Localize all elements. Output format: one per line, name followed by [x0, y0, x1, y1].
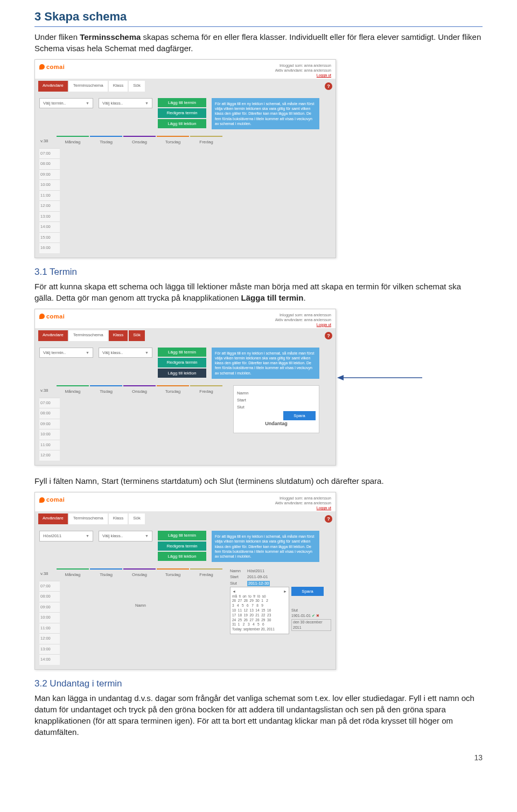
logo-text: comai: [46, 63, 65, 71]
time-row: 12:00: [39, 450, 60, 461]
add-termin-button[interactable]: Lägg till termin: [158, 531, 206, 540]
active-user: Aktiv användare: anna andersson: [275, 501, 331, 505]
time-row: 09:00: [39, 419, 60, 429]
logout-link[interactable]: Logga ut: [275, 73, 331, 78]
select-termin[interactable]: Välj termin..▼: [39, 348, 93, 358]
section-3-title: 3 Skapa schema: [34, 9, 483, 25]
tab-search[interactable]: Sök: [129, 330, 145, 341]
time-row: 13:00: [39, 644, 60, 655]
section-31-p1: För att kunna skapa ett schema och lägga…: [34, 281, 483, 303]
chevron-down-icon: ▼: [86, 350, 89, 356]
time-row: 08:00: [39, 408, 60, 419]
chevron-down-icon: ▼: [145, 533, 149, 539]
select-termin[interactable]: Höst2011▼: [39, 531, 93, 541]
logout-link[interactable]: Logga ut: [275, 505, 331, 510]
calendar-popup[interactable]: ◄► må ti on to fr lö sö 26 27 28 29 30 1…: [230, 587, 289, 634]
add-lesson-button[interactable]: Lägg till lektion: [158, 369, 206, 378]
calendar-days-header: må ti on to fr lö sö: [232, 594, 287, 599]
day-mon: Måndag: [57, 136, 89, 147]
select-termin-label: Välj termin..: [43, 350, 66, 356]
login-user: Inloggad som: anna andersson: [275, 496, 331, 501]
time-row: 11:00: [39, 190, 60, 201]
section-31-p1-c: .: [303, 293, 305, 302]
help-icon[interactable]: ?: [325, 332, 332, 339]
add-termin-button[interactable]: Lägg till termin: [158, 98, 206, 107]
add-lesson-button[interactable]: Lägg till lektion: [158, 119, 206, 128]
tab-klass[interactable]: Klass: [109, 330, 128, 341]
cross-icon[interactable]: ✖: [316, 614, 319, 617]
add-lesson-button[interactable]: Lägg till lektion: [158, 552, 206, 561]
calendar-row: 10 11 12 13 14 15 16: [232, 608, 287, 613]
panel3-namn2-label: Namn: [135, 603, 146, 608]
panel3-namn-label: Namn: [230, 568, 245, 574]
chevron-down-icon: ▼: [86, 101, 89, 106]
select-klass[interactable]: Välj klass..▼: [99, 348, 152, 358]
section-32-p1: Man kan lägga in undantag d.v.s. dagar s…: [34, 692, 483, 738]
time-row: 12:00: [39, 633, 60, 644]
logo-icon: [39, 497, 45, 503]
tab-klass[interactable]: Klass: [109, 513, 128, 524]
tab-users[interactable]: Användare: [38, 513, 68, 524]
time-row: 07:00: [39, 398, 60, 408]
day-wed: Onsdag: [123, 136, 156, 147]
login-info: Inloggad som: anna andersson Aktiv använ…: [275, 313, 331, 327]
panel3-start-value: 2011-09-01: [247, 574, 268, 580]
week-label: v.38: [39, 136, 55, 147]
section-31-p1-b: Lägga till termin: [241, 293, 304, 302]
calendar-row: 17 18 19 20 21 22 23: [232, 613, 287, 618]
time-row: 16:00: [39, 242, 60, 253]
tab-termin[interactable]: Terminsschema: [69, 330, 108, 341]
chevron-down-icon: ▼: [145, 101, 149, 106]
save-button[interactable]: Spara: [291, 587, 324, 596]
select-klass[interactable]: Välj klass..▼: [99, 98, 152, 108]
time-row: 10:00: [39, 179, 60, 190]
tab-termin[interactable]: Terminsschema: [69, 513, 108, 524]
help-icon[interactable]: ?: [325, 515, 332, 523]
annotation-arrow-icon: [336, 372, 428, 383]
logout-link[interactable]: Logga ut: [275, 322, 331, 327]
day-thu: Torsdag: [157, 568, 189, 580]
panel3-slut-label: Slut: [230, 581, 245, 587]
tab-klass[interactable]: Klass: [109, 81, 128, 92]
select-termin[interactable]: Välj termin..▼: [39, 98, 93, 108]
info-box: För att lägga till en ny lektion i schem…: [212, 348, 319, 378]
add-termin-button[interactable]: Lägg till termin: [158, 348, 206, 357]
edit-termin-button[interactable]: Redigera termin: [158, 108, 206, 117]
time-row: 08:00: [39, 158, 60, 169]
day-mon: Måndag: [57, 385, 89, 397]
active-user: Aktiv användare: anna andersson: [275, 317, 331, 322]
calendar-next-icon[interactable]: ►: [283, 589, 287, 594]
day-wed: Onsdag: [123, 385, 156, 397]
edit-termin-button[interactable]: Redigera termin: [158, 358, 206, 367]
week-label: v.38: [39, 385, 55, 397]
login-user: Inloggad som: anna andersson: [275, 63, 331, 68]
svg-marker-1: [337, 375, 344, 380]
select-klass[interactable]: Välj klass..▼: [99, 531, 152, 541]
edit-termin-button[interactable]: Redigera termin: [158, 542, 206, 551]
check-icon[interactable]: ✔: [312, 614, 315, 617]
tab-search[interactable]: Sök: [129, 513, 145, 524]
tab-users[interactable]: Användare: [38, 81, 68, 92]
save-button[interactable]: Spara: [283, 411, 316, 420]
info-box: För att lägga till en ny lektion i schem…: [212, 98, 319, 129]
panel3-namn-value: Höst2011: [247, 568, 264, 574]
tab-users[interactable]: Användare: [38, 330, 68, 341]
info-box: För att lägga till en ny lektion i schem…: [212, 531, 319, 561]
logo-text: comai: [46, 496, 65, 504]
tab-termin[interactable]: Terminsschema: [69, 81, 108, 92]
week-label: v.38: [39, 568, 55, 580]
section-3-hr: [34, 26, 483, 27]
logo-icon: [39, 314, 45, 319]
tab-search[interactable]: Sök: [129, 81, 145, 92]
time-row: 13:00: [39, 211, 60, 222]
time-row: 14:00: [39, 221, 60, 232]
day-thu: Torsdag: [157, 385, 189, 397]
help-icon[interactable]: ?: [325, 82, 332, 90]
calendar-prev-icon[interactable]: ◄: [232, 589, 236, 594]
time-row: 07:00: [39, 581, 60, 592]
undantag-start-value: 1901-01-01: [291, 614, 311, 617]
select-termin-label: Välj termin..: [43, 100, 66, 106]
section-31-p2: Fyll i fälten Namn, Start (terminens sta…: [34, 475, 483, 487]
section-32-title: 3.2 Undantag i termin: [34, 677, 483, 690]
section-31-title: 3.1 Termin: [34, 266, 483, 279]
